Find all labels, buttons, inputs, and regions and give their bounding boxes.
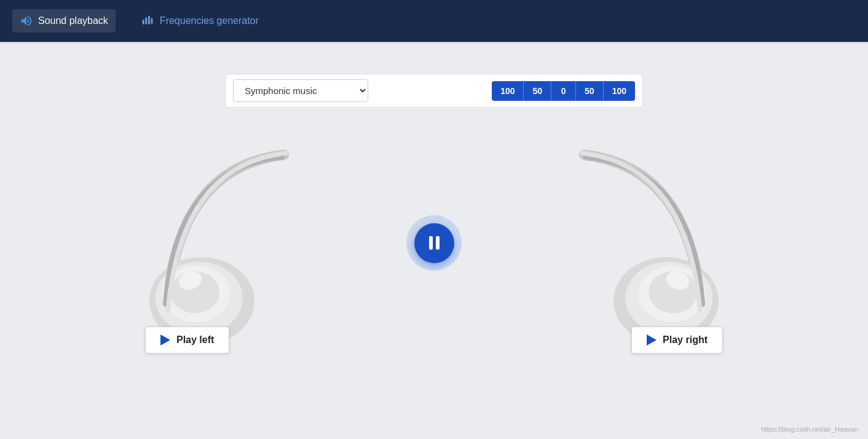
headphone-left-svg	[127, 120, 336, 354]
svg-rect-1	[145, 18, 147, 25]
frequencies-icon	[141, 14, 155, 28]
play-right-label: Play right	[663, 334, 708, 346]
play-buttons-row: Play left Play right	[127, 326, 741, 354]
volume-controls: 100 50 0 50 100	[492, 81, 635, 101]
svg-rect-0	[143, 20, 144, 24]
headphone-left	[127, 120, 336, 354]
vol-cell-0[interactable]: 0	[551, 81, 576, 101]
nav-frequencies-generator[interactable]: Frequencies generator	[134, 9, 266, 33]
svg-rect-3	[151, 18, 152, 23]
pause-button[interactable]	[414, 223, 454, 263]
play-left-label: Play left	[176, 334, 214, 346]
nav-frequencies-label: Frequencies generator	[160, 15, 259, 26]
play-right-button[interactable]: Play right	[631, 326, 723, 354]
headphone-right	[532, 120, 741, 354]
play-left-icon	[160, 334, 170, 346]
music-select[interactable]: Symphonic music Jazz Pop Classical Rock	[233, 79, 368, 102]
headphones-area: Play left Play right	[127, 120, 741, 366]
play-right-icon	[647, 334, 657, 346]
pause-bar-left	[429, 236, 433, 250]
main-content: Symphonic music Jazz Pop Classical Rock …	[0, 43, 868, 439]
controls-row: Symphonic music Jazz Pop Classical Rock …	[225, 74, 643, 108]
footer-url: https://blog.csdn.net/air_Haavan	[761, 425, 858, 433]
vol-cell-100-left[interactable]: 100	[492, 81, 524, 101]
pause-btn-ring	[406, 215, 462, 271]
headphone-right-svg	[532, 120, 741, 354]
vol-cell-50-left[interactable]: 50	[524, 81, 551, 101]
nav-sound-playback[interactable]: Sound playback	[12, 9, 116, 33]
navbar: Sound playback Frequencies generator	[0, 0, 868, 42]
vol-cell-100-right[interactable]: 100	[604, 81, 635, 101]
pause-icon	[429, 236, 440, 250]
pause-button-container	[406, 215, 462, 271]
nav-sound-playback-label: Sound playback	[38, 15, 108, 26]
vol-cell-50-right[interactable]: 50	[576, 81, 604, 101]
play-left-button[interactable]: Play left	[145, 326, 229, 354]
pause-bar-right	[436, 236, 440, 250]
speaker-icon	[20, 14, 33, 28]
svg-rect-2	[148, 16, 150, 25]
